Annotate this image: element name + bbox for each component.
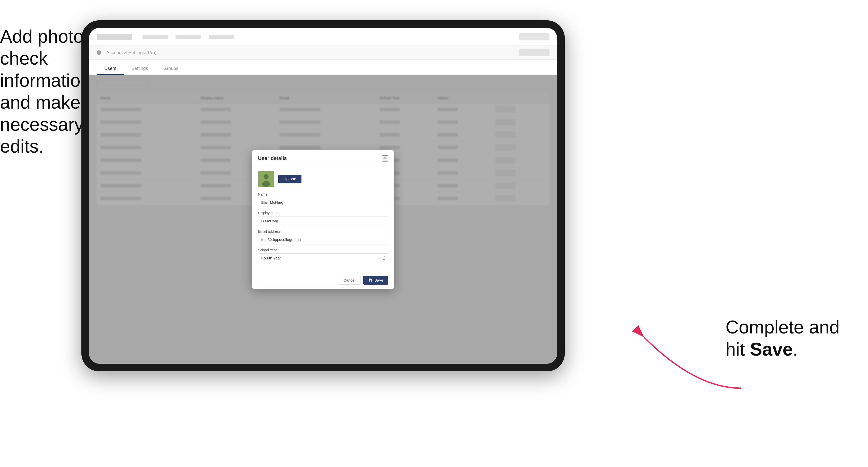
user-photo-thumbnail <box>258 171 274 187</box>
school-year-select[interactable] <box>258 253 388 263</box>
school-year-label: School Year <box>258 248 388 252</box>
save-button[interactable]: Save <box>363 276 388 285</box>
name-label: Name <box>258 192 388 196</box>
modal-close-button[interactable]: × <box>382 155 388 161</box>
svg-point-3 <box>264 174 269 179</box>
user-photo-image <box>258 171 274 187</box>
export-button[interactable] <box>519 49 550 56</box>
tab-groups[interactable]: Groups <box>156 63 186 75</box>
school-year-field-group: School Year ✕ ▲▼ <box>258 248 388 263</box>
breadcrumb: Account & Settings (Pro) <box>106 50 156 56</box>
nav-settings[interactable] <box>209 35 234 39</box>
display-name-label: Display name <box>258 211 388 215</box>
save-label: Save <box>374 278 383 282</box>
modal-body: Upload Name Display name <box>252 166 394 272</box>
cancel-button[interactable]: Cancel <box>338 276 361 285</box>
account-button[interactable] <box>519 33 550 40</box>
name-input[interactable] <box>258 198 388 207</box>
user-details-modal: User details × <box>252 150 394 289</box>
modal-overlay: User details × <box>89 75 557 364</box>
app-header <box>89 28 557 46</box>
select-clear-icon[interactable]: ✕ <box>378 256 381 260</box>
tab-users[interactable]: Users <box>97 63 124 75</box>
name-field-group: Name <box>258 192 388 207</box>
save-icon <box>368 278 372 282</box>
school-year-select-wrapper: ✕ ▲▼ <box>258 253 388 263</box>
modal-footer: Cancel Save <box>252 272 394 289</box>
nav-community[interactable] <box>143 35 168 39</box>
modal-header: User details × <box>252 150 394 166</box>
breadcrumb-icon <box>97 50 101 55</box>
select-chevron-icon[interactable]: ▲▼ <box>382 255 386 262</box>
arrow-right <box>619 317 746 393</box>
tab-settings[interactable]: Settings <box>124 63 156 75</box>
email-input[interactable] <box>258 235 388 244</box>
tablet-screen: Account & Settings (Pro) Users Settings … <box>89 28 557 364</box>
svg-point-4 <box>262 181 270 187</box>
tab-bar: Users Settings Groups <box>89 60 557 75</box>
app-logo <box>97 34 132 40</box>
email-label: Email address <box>258 229 388 234</box>
display-name-input[interactable] <box>258 216 388 226</box>
email-field-group: Email address <box>258 229 388 244</box>
subheader: Account & Settings (Pro) <box>89 46 557 60</box>
display-name-field-group: Display name <box>258 211 388 226</box>
photo-section: Upload <box>258 171 388 187</box>
header-right <box>519 33 550 40</box>
main-content: Name Display name Email School Year Stat… <box>89 75 557 364</box>
tablet-device: Account & Settings (Pro) Users Settings … <box>82 20 565 371</box>
nav-manage[interactable] <box>176 35 201 39</box>
modal-title: User details <box>258 155 287 161</box>
app-nav <box>143 35 509 39</box>
upload-photo-button[interactable]: Upload <box>278 175 302 183</box>
